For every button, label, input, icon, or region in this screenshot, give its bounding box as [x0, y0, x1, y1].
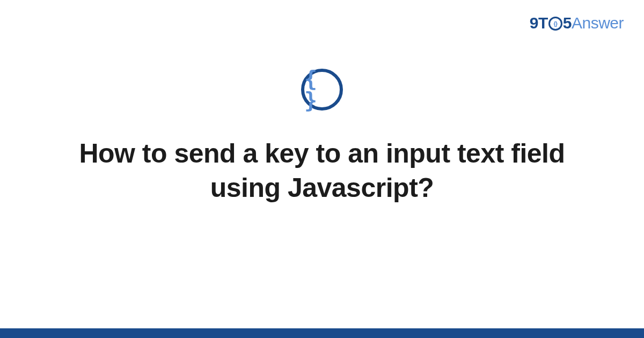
category-badge-icon: { }	[301, 69, 343, 111]
logo-text-5: 5	[563, 14, 572, 32]
main-content: { } How to send a key to an input text f…	[0, 69, 644, 205]
logo-circle-braces: {}	[553, 20, 557, 27]
footer-accent-bar	[0, 328, 644, 338]
logo-circle-icon: {}	[548, 17, 562, 31]
logo-text-9t: 9T	[530, 14, 548, 32]
braces-icon: { }	[304, 68, 340, 111]
question-title: How to send a key to an input text field…	[48, 136, 596, 205]
site-logo: 9T {} 5 Answer	[530, 14, 624, 32]
logo-text-answer: Answer	[572, 14, 624, 32]
